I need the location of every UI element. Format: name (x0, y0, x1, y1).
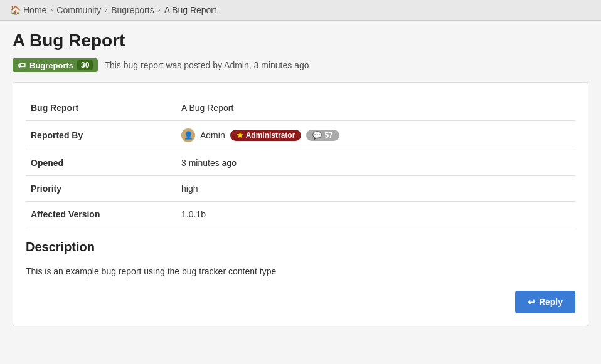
info-table: Bug Report A Bug Report Reported By 👤 Ad… (26, 95, 575, 227)
table-row-priority: Priority high (26, 176, 575, 202)
comment-count-badge: 💬 57 (306, 130, 339, 141)
opened-label: Opened (26, 150, 176, 176)
comment-count: 57 (324, 131, 332, 140)
affected-version-value: 1.0.1b (176, 202, 575, 227)
admin-badge-label: Administrator (246, 131, 295, 140)
content-card: Bug Report A Bug Report Reported By 👤 Ad… (13, 82, 588, 326)
breadcrumb-sep-1: › (50, 6, 53, 14)
username: Admin (200, 130, 225, 140)
reply-icon: ↩ (528, 297, 535, 307)
tag-info: This bug report was posted by Admin, 3 m… (104, 60, 309, 70)
tag-line: 🏷 Bugreports 30 This bug report was post… (13, 58, 588, 72)
affected-version-label: Affected Version (26, 202, 176, 227)
reported-by-label: Reported By (26, 121, 176, 150)
table-row-reported-by: Reported By 👤 Admin ★ Administrator 💬 (26, 121, 575, 150)
page-container: A Bug Report 🏷 Bugreports 30 This bug re… (3, 21, 598, 336)
table-header-col1: Bug Report (26, 95, 176, 121)
table-row-opened: Opened 3 minutes ago (26, 150, 575, 176)
opened-value: 3 minutes ago (176, 150, 575, 176)
star-icon: ★ (237, 131, 243, 140)
breadcrumb-community[interactable]: Community (56, 5, 101, 15)
admin-badge: ★ Administrator (230, 130, 302, 141)
breadcrumb-sep-2: › (105, 6, 107, 14)
table-row-affected-version: Affected Version 1.0.1b (26, 202, 575, 227)
breadcrumb-sep-3: › (158, 6, 161, 14)
reported-by-value: 👤 Admin ★ Administrator 💬 57 (176, 121, 575, 150)
tag-icon: 🏷 (18, 61, 26, 70)
description-title: Description (26, 240, 575, 254)
description-body: This is an example bug report using the … (26, 264, 575, 278)
tag-label: Bugreports (29, 61, 73, 70)
tag-count: 30 (77, 60, 93, 70)
home-icon: 🏠 (10, 5, 21, 15)
breadcrumb: 🏠 Home › Community › Bugreports › A Bug … (0, 0, 601, 21)
breadcrumb-current: A Bug Report (164, 5, 216, 15)
avatar: 👤 (181, 128, 195, 142)
page-title: A Bug Report (13, 31, 588, 51)
tag-badge[interactable]: 🏷 Bugreports 30 (13, 58, 98, 72)
reply-button-wrap: ↩ Reply (26, 291, 575, 313)
reply-button[interactable]: ↩ Reply (515, 291, 575, 313)
breadcrumb-home[interactable]: Home (23, 5, 46, 15)
breadcrumb-bugreports[interactable]: Bugreports (111, 5, 154, 15)
priority-value: high (176, 176, 575, 202)
priority-label: Priority (26, 176, 176, 202)
reply-label: Reply (539, 297, 563, 307)
comment-icon: 💬 (312, 131, 322, 140)
table-header-col2: A Bug Report (176, 95, 575, 121)
